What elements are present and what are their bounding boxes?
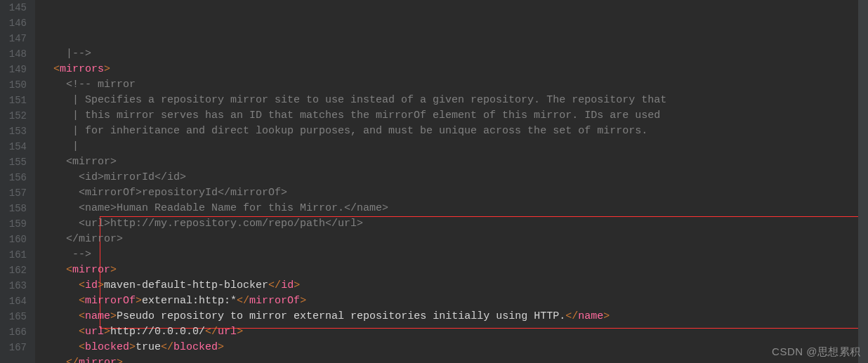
line-number: 151 bbox=[6, 93, 27, 108]
line-number: 148 bbox=[6, 46, 27, 62]
line-number-gutter: 1451461471481491501511521531541551561571… bbox=[0, 0, 35, 363]
line-number: 163 bbox=[6, 278, 27, 293]
line-number: 167 bbox=[6, 340, 27, 355]
vertical-scrollbar[interactable] bbox=[858, 0, 868, 363]
code-line[interactable]: <name>Pseudo repository to mirror extern… bbox=[41, 309, 868, 324]
line-number: 149 bbox=[6, 62, 27, 77]
line-number: 165 bbox=[6, 309, 27, 324]
code-line[interactable]: | this mirror serves has an ID that matc… bbox=[41, 108, 868, 124]
line-number: 155 bbox=[6, 154, 27, 170]
code-line[interactable]: <!-- mirror bbox=[41, 77, 868, 93]
code-line[interactable]: |--> bbox=[41, 46, 868, 62]
code-line[interactable]: <mirror> bbox=[41, 263, 868, 278]
code-line[interactable]: --> bbox=[41, 247, 868, 263]
line-number: 150 bbox=[6, 77, 27, 93]
code-line[interactable]: </mirror> bbox=[41, 355, 868, 363]
code-line[interactable]: <mirrorOf>repositoryId</mirrorOf> bbox=[41, 185, 868, 201]
code-line[interactable]: <url>http://my.repository.com/repo/path<… bbox=[41, 216, 868, 232]
code-line[interactable]: <blocked>true</blocked> bbox=[41, 340, 868, 355]
line-number: 160 bbox=[6, 232, 27, 247]
line-number: 154 bbox=[6, 139, 27, 154]
line-number: 147 bbox=[6, 31, 27, 46]
code-editor[interactable]: 1451461471481491501511521531541551561571… bbox=[0, 0, 868, 363]
line-number: 157 bbox=[6, 185, 27, 201]
code-line[interactable]: | Specifies a repository mirror site to … bbox=[41, 93, 868, 108]
code-line[interactable]: <mirror> bbox=[41, 154, 868, 170]
code-line[interactable]: </mirror> bbox=[41, 232, 868, 247]
code-line[interactable]: | bbox=[41, 139, 868, 154]
line-number: 146 bbox=[6, 15, 27, 31]
watermark-text: CSDN @思想累积 bbox=[772, 345, 861, 359]
code-area[interactable]: |--> <mirrors> <!-- mirror | Specifies a… bbox=[35, 0, 868, 363]
line-number: 159 bbox=[6, 216, 27, 232]
code-line[interactable]: <mirrors> bbox=[41, 62, 868, 77]
code-line[interactable]: <id>maven-default-http-blocker</id> bbox=[41, 278, 868, 293]
line-number: 164 bbox=[6, 293, 27, 309]
code-line[interactable]: <id>mirrorId</id> bbox=[41, 170, 868, 185]
code-line[interactable]: <name>Human Readable Name for this Mirro… bbox=[41, 201, 868, 216]
code-line[interactable]: <url>http://0.0.0.0/</url> bbox=[41, 324, 868, 340]
code-line[interactable]: <mirrorOf>external:http:*</mirrorOf> bbox=[41, 293, 868, 309]
line-number: 161 bbox=[6, 247, 27, 263]
line-number: 162 bbox=[6, 263, 27, 278]
line-number: 166 bbox=[6, 324, 27, 340]
line-number: 152 bbox=[6, 108, 27, 124]
code-line[interactable]: | for inheritance and direct lookup purp… bbox=[41, 124, 868, 139]
line-number: 153 bbox=[6, 124, 27, 139]
line-number: 145 bbox=[6, 0, 27, 15]
line-number: 158 bbox=[6, 201, 27, 216]
line-number: 156 bbox=[6, 170, 27, 185]
